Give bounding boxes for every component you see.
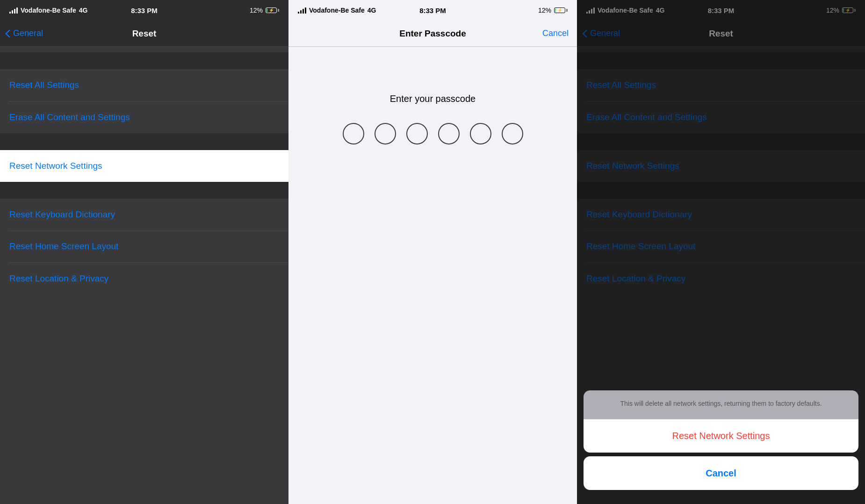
reset-keyboard-left[interactable]: Reset Keyboard Dictionary — [0, 199, 288, 230]
section-gap-3 — [0, 182, 288, 199]
battery-icon: ⚡ — [266, 7, 279, 13]
settings-group-2-left: Reset Network Settings — [0, 150, 288, 182]
confirm-reset-button[interactable]: Reset Network Settings — [584, 419, 858, 453]
status-left-left: Vodafone-Be Safe 4G — [9, 7, 87, 14]
panel-center: Vodafone-Be Safe 4G 8:33 PM 12% ⚡ Enter … — [288, 0, 577, 504]
network-label-center: 4G — [368, 7, 376, 14]
charging-bolt-icon-center: ⚡ — [557, 8, 562, 13]
signal-icon — [9, 7, 18, 14]
battery-percent-center: 12% — [538, 7, 551, 14]
settings-list-left: Reset All Settings Erase All Content and… — [0, 47, 288, 504]
battery-area-center: 12% ⚡ — [538, 7, 568, 14]
passcode-dot-3 — [406, 123, 428, 144]
status-bar-center: Vodafone-Be Safe 4G 8:33 PM 12% ⚡ — [288, 0, 577, 21]
action-sheet-message-text: This will delete all network settings, r… — [620, 400, 822, 407]
passcode-container: Enter your passcode — [288, 47, 577, 504]
chevron-left-icon — [7, 29, 11, 37]
reset-home-screen-label-left: Reset Home Screen Layout — [9, 241, 118, 252]
settings-group-3-left: Reset Keyboard Dictionary Reset Home Scr… — [0, 199, 288, 295]
action-sheet-message: This will delete all network settings, r… — [584, 390, 858, 419]
section-gap — [0, 52, 288, 69]
carrier-label: Vodafone-Be Safe — [21, 7, 76, 14]
back-label-left: General — [13, 29, 43, 38]
signal-icon-center — [298, 7, 306, 14]
battery-icon-center: ⚡ — [554, 7, 568, 13]
action-sheet-cancel-label: Cancel — [706, 468, 736, 479]
time-label-center: 8:33 PM — [419, 7, 446, 14]
status-bar-left: Vodafone-Be Safe 4G 8:33 PM 12% ⚡ — [0, 0, 288, 21]
passcode-dot-6 — [502, 123, 523, 144]
passcode-prompt: Enter your passcode — [390, 94, 476, 104]
confirm-reset-label: Reset Network Settings — [672, 431, 770, 441]
reset-all-settings-left[interactable]: Reset All Settings — [0, 69, 288, 101]
battery-percent: 12% — [250, 7, 263, 14]
erase-all-content-label-left: Erase All Content and Settings — [9, 112, 130, 122]
reset-keyboard-label-left: Reset Keyboard Dictionary — [9, 209, 115, 220]
passcode-dot-5 — [470, 123, 491, 144]
reset-home-screen-left[interactable]: Reset Home Screen Layout — [0, 230, 288, 262]
section-gap-2 — [0, 133, 288, 150]
passcode-dot-2 — [375, 123, 396, 144]
panel-right: Vodafone-Be Safe 4G 8:33 PM 12% ⚡ Genera… — [577, 0, 865, 504]
charging-bolt-icon: ⚡ — [269, 8, 274, 13]
action-sheet: This will delete all network settings, r… — [577, 390, 865, 504]
panel-left: Vodafone-Be Safe 4G 8:33 PM 12% ⚡ Genera… — [0, 0, 288, 504]
reset-network-label-left: Reset Network Settings — [9, 161, 102, 171]
nav-bar-center: Enter Passcode Cancel — [288, 21, 577, 47]
action-sheet-cancel-button[interactable]: Cancel — [584, 456, 858, 490]
nav-title-center: Enter Passcode — [399, 29, 466, 39]
nav-bar-left: General Reset — [0, 21, 288, 47]
time-label: 8:33 PM — [131, 7, 158, 14]
passcode-dot-1 — [343, 123, 364, 144]
network-label: 4G — [79, 7, 88, 14]
back-button-left[interactable]: General — [7, 29, 43, 38]
reset-location-label-left: Reset Location & Privacy — [9, 274, 108, 284]
battery-area: 12% ⚡ — [250, 7, 279, 14]
cancel-button-center[interactable]: Cancel — [542, 29, 569, 38]
status-left-center: Vodafone-Be Safe 4G — [298, 7, 376, 14]
settings-group-1-left: Reset All Settings Erase All Content and… — [0, 69, 288, 133]
erase-all-content-left[interactable]: Erase All Content and Settings — [0, 101, 288, 133]
reset-location-left[interactable]: Reset Location & Privacy — [0, 263, 288, 295]
nav-title-left: Reset — [132, 29, 157, 39]
passcode-dot-4 — [438, 123, 460, 144]
passcode-dots — [343, 123, 523, 144]
carrier-label-center: Vodafone-Be Safe — [309, 7, 365, 14]
reset-all-settings-label-left: Reset All Settings — [9, 80, 79, 90]
reset-network-left[interactable]: Reset Network Settings — [0, 150, 288, 182]
